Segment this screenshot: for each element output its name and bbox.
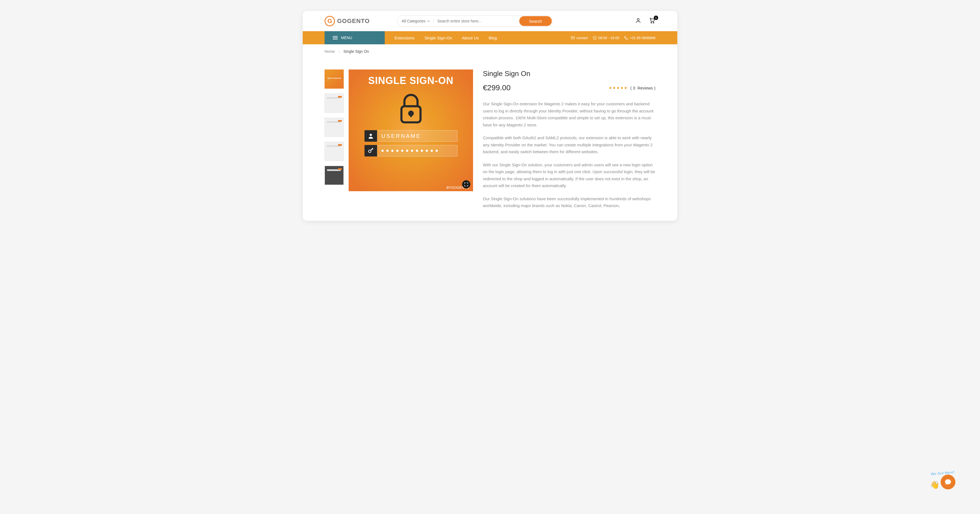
chevron-down-icon xyxy=(427,20,430,22)
main-nav: MENU Extensions Single Sign-On About Us … xyxy=(303,31,677,44)
contact-label: contact xyxy=(576,36,588,40)
hamburger-icon xyxy=(333,36,338,40)
description-para: Our Single Sign-On solutions have been s… xyxy=(483,195,655,209)
phone-label: +31 85 0806888 xyxy=(630,36,655,40)
star-rating: ★★★★★ xyxy=(609,86,628,90)
chevron-right-icon: › xyxy=(339,50,340,53)
chat-widget: We Are Here! 👋 xyxy=(930,471,955,489)
thumbnail-1[interactable]: SINGLE SIGN-ON🔒 xyxy=(325,70,344,89)
nav-link-about[interactable]: About Us xyxy=(462,35,479,40)
search-bar: All Categories Search xyxy=(397,15,553,27)
svg-point-2 xyxy=(653,22,654,23)
search-category-dropdown[interactable]: All Categories xyxy=(402,19,433,23)
search-button[interactable]: Search xyxy=(519,16,552,26)
user-field-icon xyxy=(364,130,377,142)
review-count: 3 xyxy=(633,86,635,90)
cart-count-badge: 0 xyxy=(654,16,658,20)
thumbnail-3[interactable] xyxy=(325,118,344,137)
breadcrumb-home[interactable]: Home xyxy=(325,49,335,54)
expand-image-button[interactable] xyxy=(462,180,470,188)
thumbnail-list: SINGLE SIGN-ON🔒 xyxy=(325,70,344,215)
expand-icon xyxy=(464,183,468,186)
brand-name: GOGENTO xyxy=(337,18,370,25)
logo-gear-icon xyxy=(325,16,335,26)
star-icon: ★ xyxy=(612,86,616,90)
star-icon: ★ xyxy=(620,86,624,90)
user-icon xyxy=(635,18,641,24)
thumbnail-4[interactable] xyxy=(325,142,344,161)
chat-button[interactable] xyxy=(940,474,955,489)
username-field-display: USERNAME xyxy=(377,130,457,142)
description-para: Compatible with both OAuth2 and SAML2 pr… xyxy=(483,134,655,155)
clock-icon xyxy=(593,36,597,40)
svg-rect-7 xyxy=(410,113,412,117)
product-description: Our Single Sign-On extension for Magento… xyxy=(483,100,655,209)
breadcrumb: Home › Single Sign On xyxy=(303,44,677,59)
wave-emoji-icon: 👋 xyxy=(930,481,940,489)
svg-point-8 xyxy=(370,134,372,136)
reviews-label: Reviews xyxy=(637,86,653,90)
reviews-link[interactable]: ( 3 Reviews ) xyxy=(630,86,655,90)
svg-point-0 xyxy=(637,19,639,21)
hours-info: 08:00 - 16:00 xyxy=(593,36,619,40)
search-input[interactable] xyxy=(433,19,519,23)
star-icon: ★ xyxy=(616,86,620,90)
thumbnail-5[interactable] xyxy=(325,166,344,185)
product-price: €299.00 xyxy=(483,83,511,92)
product-main-image: SINGLE SIGN-ON USERNAME xyxy=(348,70,473,191)
nav-link-sso[interactable]: Single Sign-On xyxy=(425,35,452,40)
site-header: GOGENTO All Categories Search 0 xyxy=(303,11,677,31)
description-para: With our Single Sign-On solution, your c… xyxy=(483,161,655,189)
svg-point-1 xyxy=(651,22,652,23)
password-field-icon xyxy=(364,145,377,156)
phone-icon xyxy=(624,36,628,40)
product-title: Single Sign On xyxy=(483,70,655,78)
phone-link[interactable]: +31 85 0806888 xyxy=(624,36,655,40)
description-para: Our Single Sign-On extension for Magento… xyxy=(483,100,655,128)
breadcrumb-current: Single Sign On xyxy=(344,49,369,54)
star-icon: ★ xyxy=(609,86,612,90)
hours-label: 08:00 - 16:00 xyxy=(598,36,619,40)
lock-icon xyxy=(395,92,427,125)
menu-label: MENU xyxy=(341,35,352,40)
product-details: Single Sign On €299.00 ★★★★★ ( 3 Reviews… xyxy=(478,70,655,215)
chat-bubble-icon xyxy=(945,479,951,485)
password-field-display xyxy=(377,145,457,156)
star-icon: ★ xyxy=(624,86,628,90)
brand-logo[interactable]: GOGENTO xyxy=(325,16,370,26)
thumbnail-2[interactable] xyxy=(325,94,344,113)
nav-link-extensions[interactable]: Extensions xyxy=(395,35,415,40)
image-title: SINGLE SIGN-ON xyxy=(368,75,453,86)
contact-link[interactable]: contact xyxy=(571,36,588,40)
search-category-label: All Categories xyxy=(402,19,425,23)
cart-button[interactable]: 0 xyxy=(649,17,655,25)
nav-link-blog[interactable]: Blog xyxy=(488,35,497,40)
mail-icon xyxy=(571,37,575,40)
menu-button[interactable]: MENU xyxy=(325,31,385,44)
account-button[interactable] xyxy=(635,18,641,25)
